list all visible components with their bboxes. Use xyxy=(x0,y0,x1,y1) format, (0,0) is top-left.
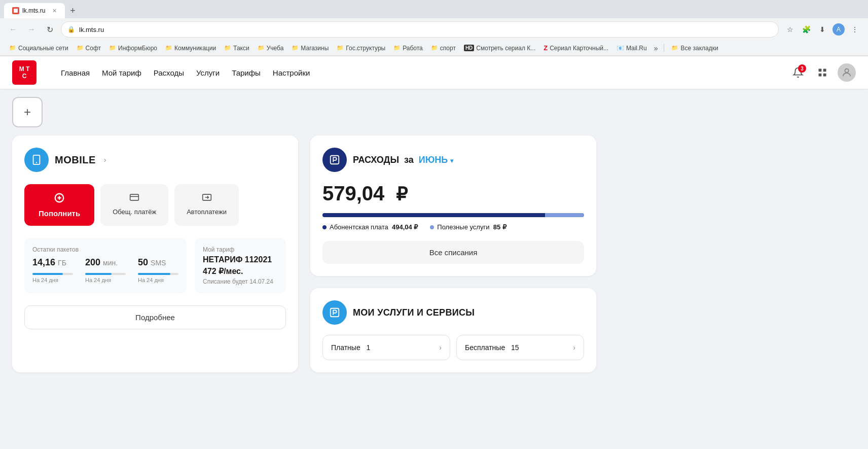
notification-badge: 3 xyxy=(798,64,806,73)
svg-rect-0 xyxy=(819,69,822,72)
all-charges-button[interactable]: Все списания xyxy=(322,241,584,264)
bookmarks-folder-icon: 📁 xyxy=(671,45,678,51)
package-sms: 50 SMS На 24 дня xyxy=(138,257,178,283)
grid-icon xyxy=(817,67,827,78)
package-min: 200 мин. На 24 дня xyxy=(85,257,126,283)
free-services-item[interactable]: Бесплатные 15 › xyxy=(456,335,584,360)
nav-expenses[interactable]: Расходы xyxy=(154,68,184,77)
header-right: 3 xyxy=(789,63,856,82)
parking-icon xyxy=(329,154,340,165)
plus-icon: + xyxy=(24,105,31,119)
nav-settings[interactable]: Настройки xyxy=(273,68,310,77)
z-icon: Z xyxy=(544,44,548,52)
tab-close-btn[interactable]: ✕ xyxy=(52,8,57,14)
bookmark-folder-icon: 📁 xyxy=(165,45,172,51)
active-tab[interactable]: lk.mts.ru ✕ xyxy=(4,3,65,18)
refresh-icon xyxy=(202,192,212,202)
bookmark-folder-icon: 📁 xyxy=(109,45,116,51)
package-gb: 14,16 ГБ На 24 дня xyxy=(32,257,73,283)
plus-circle-icon xyxy=(54,192,65,203)
mobile-device-icon xyxy=(31,154,42,165)
svg-point-4 xyxy=(845,69,848,73)
package-gb-fill xyxy=(32,273,63,275)
bookmark-folder-icon: 📁 xyxy=(258,45,265,51)
expenses-title: РАСХОДЫ за ИЮНЬ ▾ xyxy=(353,155,453,165)
bookmark-inform[interactable]: 📁 ИнформБюро xyxy=(106,44,160,53)
expenses-progress-bar xyxy=(322,213,584,217)
bookmark-comms[interactable]: 📁 Коммуникации xyxy=(162,44,219,53)
tariff-label: Мой тариф xyxy=(203,246,278,253)
month-chevron-icon[interactable]: ▾ xyxy=(450,157,453,164)
package-min-value: 200 мин. xyxy=(85,257,126,268)
right-column: РАСХОДЫ за ИЮНЬ ▾ 579,04 ₽ xyxy=(310,135,596,372)
services-title: МОИ УСЛУГИ И СЕРВИСЫ xyxy=(353,307,475,318)
autopay-icon xyxy=(202,192,212,205)
main-content: MOBILE › Пополнить xyxy=(0,135,608,385)
paid-services-label: Платные 1 xyxy=(331,343,370,352)
bookmark-serial2[interactable]: Z Сериал Карточный... xyxy=(540,43,611,53)
nav-services[interactable]: Услуги xyxy=(196,68,220,77)
nav-home[interactable]: Главная xyxy=(61,68,90,77)
paid-services-item[interactable]: Платные 1 › xyxy=(322,335,450,360)
autopayment-button[interactable]: Автоплатежи xyxy=(174,184,239,226)
details-button[interactable]: Подробнее xyxy=(24,305,286,329)
services-icon xyxy=(322,300,347,325)
new-tab-btn[interactable]: + xyxy=(66,3,80,18)
nav-tariffs[interactable]: Тарифы xyxy=(232,68,261,77)
mobile-icon xyxy=(24,148,49,172)
apps-grid-button[interactable] xyxy=(813,63,831,82)
download-btn[interactable]: ⬇ xyxy=(815,22,829,37)
topup-button[interactable]: Пополнить xyxy=(24,184,94,226)
bookmark-social[interactable]: 📁 Социальные сети xyxy=(6,44,71,53)
shared-payment-button[interactable]: Обещ. платёж xyxy=(100,184,168,226)
svg-rect-1 xyxy=(823,69,826,72)
bookmark-star-btn[interactable]: ☆ xyxy=(783,22,797,37)
user-avatar[interactable] xyxy=(838,63,856,82)
bookmark-sport[interactable]: 📁 спорт xyxy=(428,44,459,53)
action-buttons: Пополнить Обещ. платёж xyxy=(24,184,286,226)
expenses-fill-secondary xyxy=(545,213,584,217)
address-bar[interactable]: 🔒 lk.mts.ru xyxy=(61,21,779,38)
bookmark-serial1[interactable]: HD Смотреть сериал К... xyxy=(461,44,538,53)
shield-icon xyxy=(329,307,340,318)
bookmark-shops[interactable]: 📁 Магазины xyxy=(288,44,332,53)
bookmark-gov[interactable]: 📁 Гос.структуры xyxy=(334,44,388,53)
bookmark-soft[interactable]: 📁 Софт xyxy=(74,44,104,53)
tariff-price: 472 ₽/мес. xyxy=(203,266,278,276)
bookmarks-overflow-btn[interactable]: » xyxy=(652,43,660,53)
browser-toolbar: ← → ↻ 🔒 lk.mts.ru ☆ 🧩 ⬇ A ⋮ xyxy=(0,18,868,41)
address-text: lk.mts.ru xyxy=(79,26,772,33)
notifications-button[interactable]: 3 xyxy=(789,63,807,82)
add-account-button[interactable]: + xyxy=(12,97,43,127)
packages-row: 14,16 ГБ На 24 дня 200 мин. xyxy=(32,257,178,283)
expenses-amount: 579,04 ₽ xyxy=(322,182,584,205)
expenses-card-header: РАСХОДЫ за ИЮНЬ ▾ xyxy=(322,148,584,172)
back-button[interactable]: ← xyxy=(6,22,20,37)
tariff-name: НЕТАРИФ 112021 xyxy=(203,255,278,264)
package-min-progress xyxy=(85,273,126,275)
bookmark-work[interactable]: 📁 Работа xyxy=(390,44,426,53)
package-sms-fill xyxy=(138,273,170,275)
profile-btn[interactable]: A xyxy=(831,22,846,37)
user-icon xyxy=(841,67,852,78)
package-gb-progress xyxy=(32,273,73,275)
legend-item-main: Абонентская плата 494,04 ₽ xyxy=(322,223,418,231)
bookmark-folder-icon: 📁 xyxy=(292,45,299,51)
expenses-icon xyxy=(322,148,347,172)
bookmark-study[interactable]: 📁 Учеба xyxy=(255,44,287,53)
extension-btn[interactable]: 🧩 xyxy=(799,22,813,37)
nav-tariff[interactable]: Мой тариф xyxy=(102,68,141,77)
bookmark-mail[interactable]: 📧 Mail.Ru xyxy=(613,44,650,53)
refresh-button[interactable]: ↻ xyxy=(43,22,57,37)
menu-btn[interactable]: ⋮ xyxy=(848,22,862,37)
mts-logo: М Т С xyxy=(12,60,37,85)
expenses-month-dropdown[interactable]: ИЮНЬ xyxy=(419,155,448,165)
all-bookmarks[interactable]: 📁 Все закладки xyxy=(668,44,721,53)
expenses-fill-main xyxy=(322,213,545,217)
svg-rect-2 xyxy=(819,74,822,77)
services-card-header: МОИ УСЛУГИ И СЕРВИСЫ xyxy=(322,300,584,325)
mobile-chevron-icon[interactable]: › xyxy=(104,156,106,164)
bookmark-taxi[interactable]: 📁 Такси xyxy=(221,44,252,53)
forward-button[interactable]: → xyxy=(24,22,39,37)
toolbar-icons: ☆ 🧩 ⬇ A ⋮ xyxy=(783,22,862,37)
